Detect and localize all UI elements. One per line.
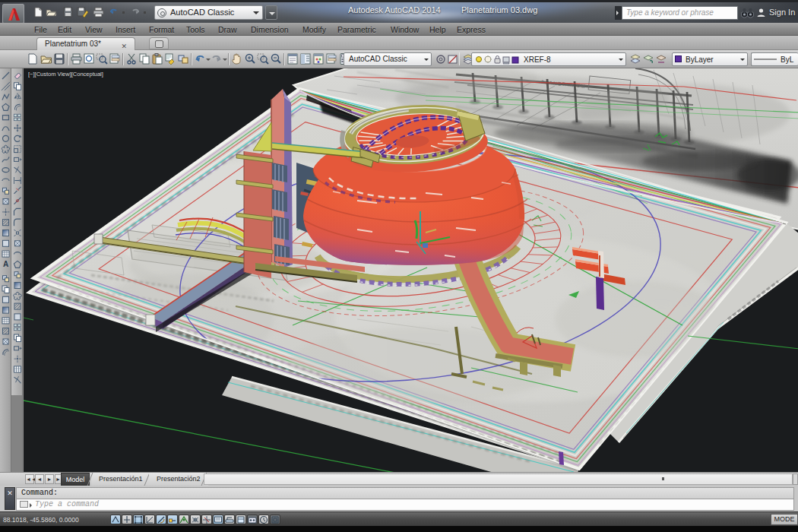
svg-text:A: A (3, 260, 8, 268)
